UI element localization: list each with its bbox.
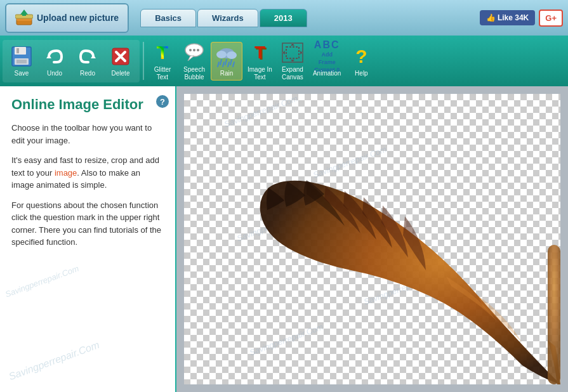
svg-line-27 <box>223 62 224 67</box>
main-content: ? Online Image Editor Choose in the tool… <box>0 86 568 392</box>
delete-button[interactable]: Delete <box>105 42 136 80</box>
image-in-text-label: Image InText <box>248 66 272 81</box>
speech-bubble-button[interactable]: SpeechBubble <box>179 39 209 84</box>
svg-rect-9 <box>17 60 27 63</box>
undo-icon <box>43 45 66 68</box>
svg-rect-6 <box>15 47 26 55</box>
sidebar-paragraph-3: For questions about the chosen function … <box>11 199 164 249</box>
bird-wing-image <box>256 118 560 384</box>
svg-point-17 <box>189 49 192 51</box>
expand-canvas-button[interactable]: ExpandCanvas <box>277 39 308 84</box>
svg-rect-7 <box>17 48 19 53</box>
tabs-area: Basics Wizards 2013 <box>140 9 307 27</box>
expand-canvas-label: ExpandCanvas <box>282 66 303 81</box>
redo-label: Redo <box>80 70 95 77</box>
delete-label: Delete <box>112 70 130 77</box>
svg-marker-11 <box>91 55 96 58</box>
expand-canvas-icon <box>281 41 304 64</box>
tab-2013[interactable]: 2013 <box>260 9 307 27</box>
svg-point-22 <box>227 51 237 59</box>
glitter-text-label: GlitterText <box>154 66 171 81</box>
svg-line-25 <box>230 60 232 65</box>
help-label: Help <box>355 70 368 77</box>
undo-button[interactable]: Undo <box>39 42 70 80</box>
svg-point-18 <box>193 49 195 51</box>
glitter-text-button[interactable]: T GlitterText <box>147 39 178 84</box>
sidebar: ? Online Image Editor Choose in the tool… <box>0 86 176 392</box>
save-label: Save <box>15 70 29 77</box>
fb-icon: 👍 <box>486 13 498 22</box>
highlight-image: image <box>55 168 77 178</box>
delete-icon <box>109 45 132 68</box>
svg-point-19 <box>197 49 199 51</box>
svg-line-28 <box>228 62 229 67</box>
upload-button[interactable]: Upload new picture <box>5 3 129 33</box>
svg-marker-16 <box>188 56 194 61</box>
svg-marker-10 <box>46 55 51 58</box>
animation-button[interactable]: ABC Add Frame Current 0 Animation <box>309 42 345 80</box>
rain-button[interactable]: Rain <box>211 42 242 81</box>
upload-icon <box>15 8 33 28</box>
rain-label: Rain <box>220 70 234 77</box>
upload-label: Upload new picture <box>37 13 119 23</box>
help-icon: ? <box>350 45 373 68</box>
image-in-text-icon: T <box>248 41 271 64</box>
svg-rect-30 <box>286 47 299 58</box>
sidebar-paragraph-2: It's easy and fast to resize, crop and a… <box>11 154 164 192</box>
svg-line-26 <box>218 62 219 67</box>
svg-point-21 <box>216 51 227 58</box>
toolbar: Save Undo Redo <box>0 36 568 86</box>
svg-line-24 <box>225 60 227 65</box>
toolbar-divider-1 <box>143 42 144 80</box>
tab-basics[interactable]: Basics <box>140 9 196 27</box>
svg-rect-40 <box>548 245 560 384</box>
tab-wizards[interactable]: Wizards <box>197 9 258 27</box>
svg-rect-4 <box>22 12 26 16</box>
redo-icon <box>76 45 99 68</box>
animation-icon: ABC Add Frame Current 0 <box>315 45 338 68</box>
sidebar-title: Online Image Editor <box>11 96 164 113</box>
facebook-like-button[interactable]: 👍 Like 34K <box>480 10 536 25</box>
svg-rect-31 <box>282 43 303 62</box>
help-button[interactable]: ? Help <box>346 42 376 80</box>
sidebar-paragraph-1: Choose in the toolbar how you want to ed… <box>11 122 164 147</box>
save-icon <box>10 45 33 68</box>
social-area: 👍 Like 34K G+ <box>480 10 563 27</box>
sidebar-watermark-1: Savingperrepair.Com <box>7 339 101 382</box>
image-in-text-button[interactable]: T Image InText <box>244 39 276 84</box>
tool-group-file: Save Undo Redo <box>3 40 140 82</box>
fb-label: Like 34K <box>498 13 529 22</box>
speech-bubble-label: SpeechBubble <box>183 66 205 81</box>
header-bar: Upload new picture Basics Wizards 2013 👍… <box>0 0 568 36</box>
gplus-button[interactable]: G+ <box>539 10 563 27</box>
question-mark-button[interactable]: ? <box>156 95 169 108</box>
sidebar-watermark-2: Savingperrepair.Com <box>4 264 80 299</box>
canvas-area[interactable]: Savingperrepair.Com Savingperrepair.Com … <box>176 86 568 392</box>
svg-line-29 <box>233 62 234 67</box>
canvas-inner: Savingperrepair.Com Savingperrepair.Com … <box>184 94 560 384</box>
redo-button[interactable]: Redo <box>72 42 103 80</box>
svg-line-23 <box>220 60 221 65</box>
undo-label: Undo <box>47 70 62 77</box>
save-button[interactable]: Save <box>6 42 37 80</box>
glitter-text-icon: T <box>151 41 174 64</box>
gplus-label: G+ <box>545 13 557 23</box>
animation-label: Animation <box>313 70 341 77</box>
speech-bubble-icon <box>183 41 206 64</box>
rain-icon <box>215 45 238 68</box>
